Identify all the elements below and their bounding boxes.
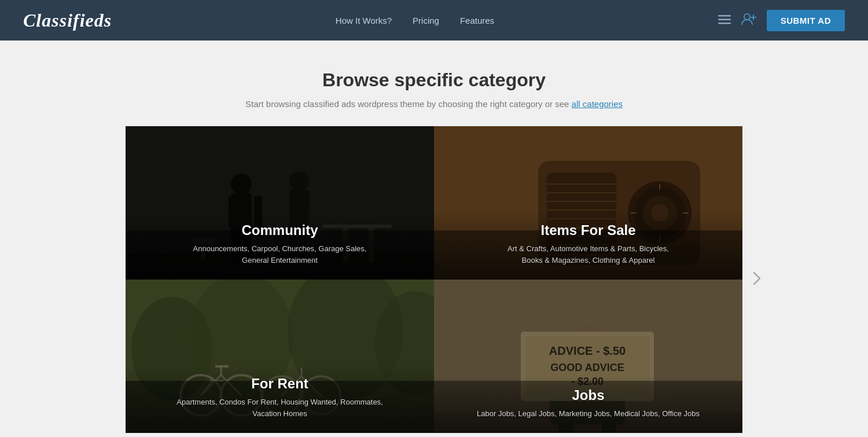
jobs-desc: Labor Jobs, Legal Jobs, Marketing Jobs, …	[448, 408, 729, 420]
svg-rect-1	[718, 19, 731, 20]
navbar: Classifieds How It Works? Pricing Featur…	[0, 0, 868, 41]
community-desc: Announcements, Carpool, Churches, Garage…	[139, 243, 420, 266]
category-community[interactable]: Community Announcements, Carpool, Church…	[126, 126, 434, 280]
nav-how-it-works[interactable]: How It Works?	[336, 16, 392, 25]
svg-rect-0	[718, 15, 731, 17]
svg-point-17	[289, 171, 309, 191]
nav-features[interactable]: Features	[460, 16, 494, 25]
scroll-right-arrow[interactable]	[751, 270, 763, 289]
submit-ad-button[interactable]: SUBMIT AD	[767, 10, 845, 31]
rent-title: For Rent	[139, 376, 420, 392]
svg-rect-2	[718, 23, 731, 24]
category-jobs[interactable]: ADVICE - $.50 GOOD ADVICE - $2.00 Jobs L…	[434, 280, 742, 433]
jobs-title: Jobs	[448, 387, 729, 403]
svg-point-3	[744, 14, 750, 20]
menu-icon[interactable]	[718, 14, 731, 27]
nav-pricing[interactable]: Pricing	[413, 16, 439, 25]
all-categories-link[interactable]: all categories	[572, 99, 623, 109]
add-user-icon[interactable]	[741, 13, 756, 28]
community-title: Community	[139, 222, 420, 238]
main-content: Browse specific category Start browsing …	[0, 41, 868, 437]
logo[interactable]: Classifieds	[23, 10, 112, 31]
items-title: Items For Sale	[448, 222, 729, 238]
page-subtitle: Start browsing classified ads wordpress …	[0, 99, 868, 109]
category-items-for-sale[interactable]: Items For Sale Art & Crafts, Automotive …	[434, 126, 742, 280]
svg-text:ADVICE - $.50: ADVICE - $.50	[549, 344, 626, 357]
nav-icons: SUBMIT AD	[718, 10, 845, 31]
nav-links: How It Works? Pricing Features	[336, 16, 494, 25]
items-overlay: Items For Sale Art & Crafts, Automotive …	[434, 211, 742, 280]
svg-text:GOOD ADVICE: GOOD ADVICE	[550, 362, 624, 373]
community-overlay: Community Announcements, Carpool, Church…	[126, 211, 434, 280]
rent-overlay: For Rent Apartments, Condos For Rent, Ho…	[126, 364, 434, 433]
rent-desc: Apartments, Condos For Rent, Housing Wan…	[139, 396, 420, 419]
page-title: Browse specific category	[0, 69, 868, 91]
jobs-overlay: Jobs Labor Jobs, Legal Jobs, Marketing J…	[434, 376, 742, 434]
svg-point-9	[231, 174, 252, 194]
items-desc: Art & Crafts, Automotive Items & Parts, …	[448, 243, 729, 266]
category-for-rent[interactable]: For Rent Apartments, Condos For Rent, Ho…	[126, 280, 434, 433]
